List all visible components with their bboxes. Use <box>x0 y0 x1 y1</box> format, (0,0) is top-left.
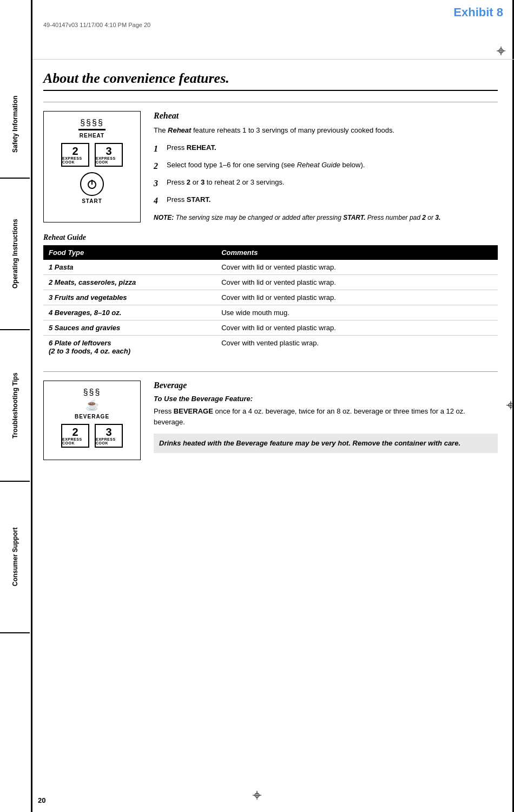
food-type-6: 6 Plate of leftovers(2 to 3 foods, 4 oz.… <box>43 335 216 358</box>
reheat-note: NOTE: The serving size may be changed or… <box>154 213 498 222</box>
express-cook-button-row: 2 EXPRESS COOK 3 EXPRESS COOK <box>61 143 123 167</box>
table-row: 3 Fruits and vegetables Cover with lid o… <box>43 290 498 305</box>
exhibit-label: Exhibit 8 <box>453 5 503 19</box>
reheat-instructions: Reheat The Reheat feature reheats 1 to 3… <box>154 111 498 222</box>
beverage-use-label: To Use the Beverage Feature: <box>154 395 498 403</box>
comment-2: Cover with lid or vented plastic wrap. <box>216 274 498 290</box>
title-divider <box>43 90 498 91</box>
sidebar-item-troubleshooting: Troubleshooting Tips <box>0 330 30 482</box>
comment-1: Cover with lid or vented plastic wrap. <box>216 260 498 275</box>
table-row: 5 Sauces and gravies Cover with lid or v… <box>43 320 498 335</box>
comment-3: Cover with lid or vented plastic wrap. <box>216 290 498 305</box>
reheat-button-label: REHEAT <box>80 133 104 139</box>
beverage-express-btn-3: 3 EXPRESS COOK <box>95 424 123 448</box>
beverage-section-wrapper: §§§ ☕ BEVERAGE 2 EXPRESS COOK 3 EXPRESS … <box>43 371 498 460</box>
express-cook-btn-2: 2 EXPRESS COOK <box>61 143 89 167</box>
steam-line <box>78 129 106 130</box>
table-row: 6 Plate of leftovers(2 to 3 foods, 4 oz.… <box>43 335 498 358</box>
reheat-guide-title: Reheat Guide <box>43 233 498 242</box>
food-type-2: 2 Meats, casseroles, pizza <box>43 274 216 290</box>
start-button-container: START <box>80 172 104 204</box>
food-type-5: 5 Sauces and gravies <box>43 320 216 335</box>
cup-icon: ☕ <box>85 398 99 411</box>
top-header: 49-40147v03 11/17/00 4:10 PM Page 20 Exh… <box>32 0 514 60</box>
beverage-section: §§§ ☕ BEVERAGE 2 EXPRESS COOK 3 EXPRESS … <box>43 381 498 460</box>
sidebar-item-operating: Operating Instructions <box>0 179 30 330</box>
page-title: About the convenience features. <box>43 70 498 87</box>
table-row: 2 Meats, casseroles, pizza Cover with li… <box>43 274 498 290</box>
col-header-comments: Comments <box>216 245 498 260</box>
reheat-step-2: 2 Select food type 1–6 for one serving (… <box>154 160 498 173</box>
food-type-1: 1 Pasta <box>43 260 216 275</box>
beverage-panel-illustration: §§§ ☕ BEVERAGE 2 EXPRESS COOK 3 EXPRESS … <box>43 381 141 460</box>
comment-6: Cover with vented plastic wrap. <box>216 335 498 358</box>
food-type-3: 3 Fruits and vegetables <box>43 290 216 305</box>
start-label: START <box>82 198 102 204</box>
col-header-food: Food Type <box>43 245 216 260</box>
beverage-instructions: Beverage To Use the Beverage Feature: Pr… <box>154 381 498 460</box>
table-row: 1 Pasta Cover with lid or vented plastic… <box>43 260 498 275</box>
page-number: 20 <box>38 796 45 804</box>
main-content: About the convenience features. §§§§ REH… <box>32 60 514 471</box>
crosshair-top-icon <box>497 47 505 55</box>
food-type-4: 4 Beverages, 8–10 oz. <box>43 305 216 320</box>
power-icon <box>85 178 98 191</box>
beverage-express-cook-row: 2 EXPRESS COOK 3 EXPRESS COOK <box>61 424 123 448</box>
sidebar-item-safety: Safety Information <box>0 70 30 179</box>
beverage-title: Beverage <box>154 381 498 390</box>
reheat-guide-section: Reheat Guide Food Type Comments 1 Pasta … <box>43 233 498 358</box>
reheat-section: §§§§ REHEAT 2 EXPRESS COOK 3 EXPRESS COO… <box>43 111 498 222</box>
beverage-button-label: BEVERAGE <box>75 414 109 420</box>
reheat-title: Reheat <box>154 111 498 121</box>
beverage-warning: Drinks heated with the Beverage feature … <box>154 434 498 453</box>
reheat-step-4: 4 Press START. <box>154 194 498 207</box>
beverage-text: Press BEVERAGE once for a 4 oz. beverage… <box>154 406 498 429</box>
side-tabs: Safety Information Operating Instruction… <box>0 0 32 812</box>
reheat-section-divider <box>43 102 498 102</box>
crosshair-bottom-icon <box>253 791 261 801</box>
beverage-steam-icon: §§§ <box>83 388 101 397</box>
page-info: 49-40147v03 11/17/00 4:10 PM Page 20 <box>43 22 150 28</box>
beverage-express-btn-2: 2 EXPRESS COOK <box>61 424 89 448</box>
crosshair-right-mid-icon <box>506 401 514 411</box>
reheat-panel-illustration: §§§§ REHEAT 2 EXPRESS COOK 3 EXPRESS COO… <box>43 111 141 222</box>
reheat-step-1: 1 Press REHEAT. <box>154 142 498 155</box>
express-cook-btn-3: 3 EXPRESS COOK <box>95 143 123 167</box>
reheat-step-3: 3 Press 2 or 3 to reheat 2 or 3 servings… <box>154 177 498 190</box>
comment-5: Cover with lid or vented plastic wrap. <box>216 320 498 335</box>
reheat-intro: The Reheat feature reheats 1 to 3 servin… <box>154 125 498 136</box>
start-circle-icon <box>80 172 104 196</box>
comment-4: Use wide mouth mug. <box>216 305 498 320</box>
steam-icon: §§§§ <box>80 118 104 128</box>
table-row: 4 Beverages, 8–10 oz. Use wide mouth mug… <box>43 305 498 320</box>
sidebar-item-consumer: Consumer Support <box>0 482 30 633</box>
reheat-guide-table: Food Type Comments 1 Pasta Cover with li… <box>43 245 498 358</box>
